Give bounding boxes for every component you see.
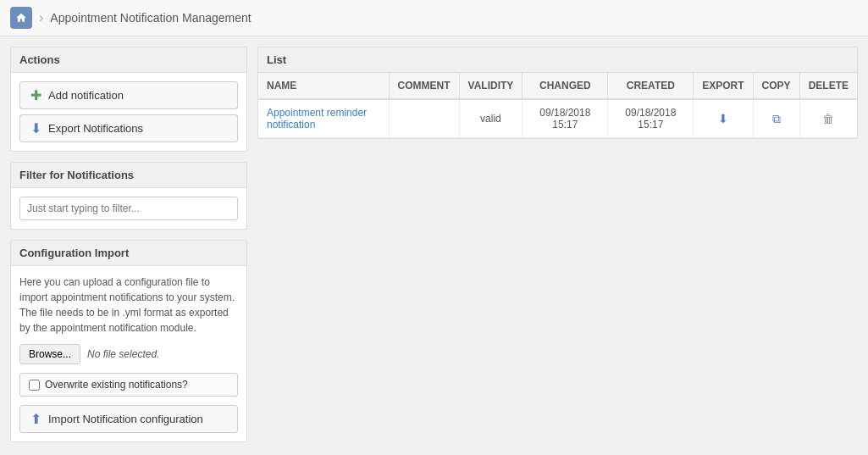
col-changed: CHANGED: [522, 73, 608, 99]
add-notification-button[interactable]: ✚ Add notification: [19, 81, 238, 109]
left-panel: Actions ✚ Add notification ⬇ Export Noti…: [10, 47, 247, 442]
col-export: EXPORT: [694, 73, 753, 99]
filter-title: Filter for Notifications: [11, 163, 246, 188]
filter-body: [11, 188, 246, 229]
config-description: Here you can upload a configuration file…: [19, 275, 238, 336]
export-icon: ⬇: [30, 120, 41, 136]
import-icon: ⬆: [30, 411, 41, 427]
notification-link[interactable]: Appointment reminder notification: [267, 107, 367, 130]
row-validity: valid: [459, 99, 522, 138]
right-panel: List NAME COMMENT VALIDITY CHANGED CREAT…: [257, 47, 858, 442]
row-comment: [389, 99, 459, 138]
overwrite-checkbox[interactable]: [29, 380, 40, 391]
col-validity: VALIDITY: [459, 73, 522, 99]
actions-panel: Actions ✚ Add notification ⬇ Export Noti…: [10, 47, 247, 152]
row-delete[interactable]: 🗑: [799, 99, 857, 138]
breadcrumb: › Appointment Notification Management: [0, 0, 868, 36]
export-notifications-label: Export Notifications: [48, 122, 143, 135]
browse-button[interactable]: Browse...: [19, 344, 80, 364]
table-body: Appointment reminder notification valid …: [258, 99, 857, 138]
import-label: Import Notification configuration: [48, 413, 203, 425]
import-button[interactable]: ⬆ Import Notification configuration: [19, 405, 238, 433]
actions-title: Actions: [11, 47, 246, 73]
overwrite-checkbox-row[interactable]: Overwrite existing notifications?: [19, 373, 238, 397]
row-copy[interactable]: ⧉: [753, 99, 799, 138]
file-none-label: No file selected.: [87, 348, 159, 360]
export-notifications-button[interactable]: ⬇ Export Notifications: [19, 114, 238, 142]
main-layout: Actions ✚ Add notification ⬇ Export Noti…: [0, 36, 868, 452]
row-name: Appointment reminder notification: [258, 99, 389, 138]
filter-panel: Filter for Notifications: [10, 162, 247, 230]
table-header: NAME COMMENT VALIDITY CHANGED CREATED EX…: [258, 73, 857, 99]
overwrite-label: Overwrite existing notifications?: [45, 379, 188, 391]
config-import-panel: Configuration Import Here you can upload…: [10, 240, 247, 442]
col-comment: COMMENT: [389, 73, 459, 99]
actions-body: ✚ Add notification ⬇ Export Notification…: [11, 73, 246, 151]
row-created: 09/18/2018 15:17: [608, 99, 694, 138]
breadcrumb-separator: ›: [39, 10, 43, 25]
col-copy: COPY: [753, 73, 799, 99]
row-changed: 09/18/2018 15:17: [522, 99, 608, 138]
notifications-table: NAME COMMENT VALIDITY CHANGED CREATED EX…: [258, 73, 857, 138]
list-title: List: [258, 47, 857, 73]
file-row: Browse... No file selected.: [19, 344, 238, 364]
config-import-body: Here you can upload a configuration file…: [11, 266, 246, 441]
col-delete: DELETE: [799, 73, 857, 99]
row-export[interactable]: ⬇: [694, 99, 753, 138]
col-name: NAME: [258, 73, 389, 99]
download-icon[interactable]: ⬇: [718, 112, 728, 125]
plus-icon: ✚: [30, 87, 41, 103]
filter-input[interactable]: [19, 197, 238, 220]
delete-icon[interactable]: 🗑: [822, 112, 834, 125]
add-notification-label: Add notification: [48, 89, 124, 102]
home-button[interactable]: [10, 7, 32, 29]
list-box: List NAME COMMENT VALIDITY CHANGED CREAT…: [257, 47, 858, 139]
col-created: CREATED: [608, 73, 694, 99]
table-row: Appointment reminder notification valid …: [258, 99, 857, 138]
copy-icon[interactable]: ⧉: [772, 112, 781, 125]
config-import-title: Configuration Import: [11, 241, 246, 266]
breadcrumb-title: Appointment Notification Management: [50, 11, 251, 25]
